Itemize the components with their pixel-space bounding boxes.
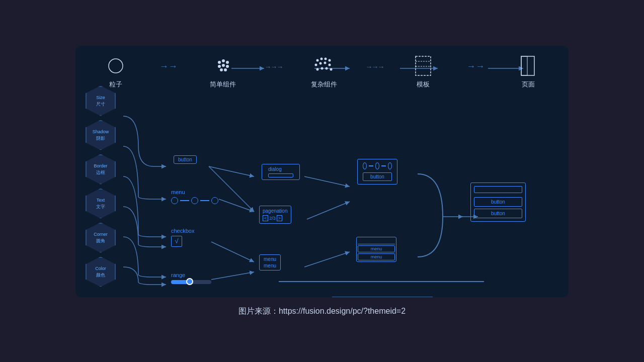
stage-simple: 简单组件 bbox=[210, 55, 236, 89]
svg-point-22 bbox=[109, 59, 123, 73]
token-text-zh: 文字 bbox=[96, 204, 105, 210]
token-color-zh: 颜色 bbox=[96, 272, 105, 279]
page-result: button button bbox=[470, 183, 526, 222]
composite-menu: menu menu bbox=[356, 237, 396, 262]
svg-point-26 bbox=[218, 65, 221, 68]
svg-point-30 bbox=[224, 68, 227, 71]
svg-point-39 bbox=[316, 68, 318, 70]
pipeline-arrow-1: →→ bbox=[159, 61, 178, 72]
token-text[interactable]: Text 文字 bbox=[86, 189, 116, 219]
svg-point-23 bbox=[218, 61, 221, 64]
token-corner[interactable]: Corner 圆角 bbox=[86, 223, 116, 253]
token-shadow-en: Shadow bbox=[93, 129, 109, 135]
svg-line-12 bbox=[209, 166, 254, 176]
svg-line-18 bbox=[307, 202, 350, 219]
complex-pagenation: pagenation < 2/3 > bbox=[259, 206, 291, 224]
svg-rect-47 bbox=[521, 56, 527, 75]
token-sidebar: Size 尺寸 Shadow 阴影 Border 边框 Text 文字 Corn… bbox=[86, 86, 116, 287]
svg-point-40 bbox=[320, 67, 323, 69]
svg-line-15 bbox=[211, 242, 254, 262]
svg-point-41 bbox=[325, 67, 328, 69]
svg-point-37 bbox=[324, 61, 326, 64]
token-border-zh: 边框 bbox=[96, 169, 105, 176]
svg-point-25 bbox=[226, 61, 229, 64]
top-pipeline: 粒子 →→ 简单组件 → bbox=[75, 55, 569, 89]
svg-point-28 bbox=[226, 65, 229, 68]
pipeline-arrow-2: →→→ bbox=[265, 63, 283, 71]
token-shadow[interactable]: Shadow 阴影 bbox=[86, 120, 116, 150]
simple-checkbox: checkbox √ bbox=[171, 228, 194, 247]
stage-particle: 粒子 bbox=[105, 55, 127, 89]
token-size[interactable]: Size 尺寸 bbox=[86, 86, 116, 116]
pipeline-arrow-3: →→→ bbox=[365, 63, 383, 71]
page-icon bbox=[517, 55, 539, 77]
svg-point-36 bbox=[319, 62, 321, 64]
diagram-area: 粒子 →→ 简单组件 → bbox=[75, 46, 569, 297]
token-size-zh: 尺寸 bbox=[96, 101, 105, 108]
svg-point-34 bbox=[328, 59, 331, 61]
svg-rect-46 bbox=[521, 56, 534, 75]
simple-range: range bbox=[171, 272, 211, 284]
svg-point-38 bbox=[328, 63, 331, 66]
token-corner-zh: 圆角 bbox=[96, 238, 105, 244]
token-border-en: Border bbox=[94, 163, 107, 169]
token-corner-en: Corner bbox=[94, 231, 108, 238]
simple-menu: menu bbox=[171, 189, 218, 204]
page-label: 页面 bbox=[522, 80, 535, 89]
svg-line-17 bbox=[304, 176, 350, 187]
svg-point-35 bbox=[314, 63, 317, 66]
composite-dialog-button: button bbox=[357, 159, 397, 185]
particle-icon bbox=[105, 55, 127, 77]
svg-line-16 bbox=[211, 272, 254, 280]
image-caption: 图片来源：https://fusion.design/pc/?themeid=2 bbox=[238, 306, 406, 317]
button-component: button bbox=[174, 155, 197, 164]
stage-page: 页面 bbox=[517, 55, 539, 89]
svg-point-27 bbox=[222, 64, 225, 67]
token-size-en: Size bbox=[96, 95, 105, 101]
token-color[interactable]: Color 颜色 bbox=[86, 257, 116, 287]
svg-point-24 bbox=[222, 59, 225, 62]
simple-icon bbox=[212, 55, 234, 77]
simple-button: button bbox=[174, 155, 197, 164]
simple-label: 简单组件 bbox=[210, 80, 236, 89]
token-color-en: Color bbox=[95, 265, 106, 272]
complex-label: 复杂组件 bbox=[311, 80, 337, 89]
svg-point-31 bbox=[316, 59, 318, 61]
stage-template: 模板 bbox=[412, 55, 434, 89]
template-label: 模板 bbox=[417, 80, 430, 89]
complex-menu-list: menu menu bbox=[259, 254, 281, 270]
token-text-en: Text bbox=[97, 197, 105, 204]
svg-point-29 bbox=[220, 68, 223, 71]
token-border[interactable]: Border 边框 bbox=[86, 154, 116, 185]
svg-point-33 bbox=[324, 57, 327, 60]
complex-dialog: dialog bbox=[262, 164, 300, 180]
main-container: 粒子 →→ 简单组件 → bbox=[0, 0, 644, 362]
stage-complex: 复杂组件 bbox=[311, 55, 337, 89]
token-shadow-zh: 阴影 bbox=[96, 135, 105, 142]
svg-line-19 bbox=[304, 252, 350, 267]
svg-line-14 bbox=[219, 199, 254, 212]
svg-point-32 bbox=[320, 57, 323, 60]
svg-rect-43 bbox=[416, 56, 431, 75]
svg-point-42 bbox=[330, 68, 332, 70]
complex-icon bbox=[313, 55, 335, 77]
pipeline-arrow-4: →→ bbox=[466, 61, 485, 72]
template-icon bbox=[412, 55, 434, 77]
bottom-lines bbox=[176, 281, 518, 282]
